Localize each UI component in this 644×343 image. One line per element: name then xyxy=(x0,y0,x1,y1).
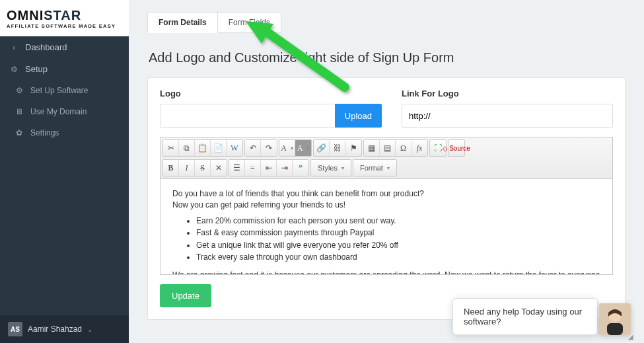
brand-logo: OMNISTAR AFFILIATE SOFTWARE MADE EASY xyxy=(0,0,129,36)
editor-paragraph: Do you have a lot of friends that you th… xyxy=(172,188,600,200)
anchor-icon[interactable]: ⚑ xyxy=(345,140,361,156)
link-for-logo-label: Link For Logo xyxy=(402,89,613,98)
chat-caret-icon: ◢ xyxy=(628,333,633,340)
copy-icon[interactable]: ⧉ xyxy=(179,140,195,156)
blockquote-icon[interactable]: ” xyxy=(293,160,308,176)
table-icon[interactable]: ▤ xyxy=(380,140,396,156)
subnav-label: Use My Domain xyxy=(30,107,87,116)
form-panel: Logo Upload Link For Logo ✂ ⧉ 📋 📄 W xyxy=(147,77,626,320)
gears-icon: ⚙ xyxy=(15,86,24,95)
paste-word-icon[interactable]: W xyxy=(227,140,242,156)
svg-rect-4 xyxy=(607,323,623,335)
undo-icon[interactable]: ↶ xyxy=(245,140,261,156)
gauge-icon: ⚙ xyxy=(9,65,18,74)
help-chat-bubble[interactable]: Need any help Today using our software? xyxy=(452,298,598,335)
cut-icon[interactable]: ✂ xyxy=(163,140,179,156)
numbered-list-icon[interactable]: ☰ xyxy=(229,160,245,176)
subnav-use-my-domain[interactable]: 🖥 Use My Domain xyxy=(0,101,129,122)
tab-form-details[interactable]: Form Details xyxy=(147,12,218,33)
list-item: Get a unique link that will give everyon… xyxy=(196,240,600,251)
bold-icon[interactable]: B xyxy=(163,160,179,176)
editor-toolbar: ✂ ⧉ 📋 📄 W ↶ ↷ A▾ A▾ 🔗 ⛓ ⚑ xyxy=(161,137,612,179)
italic-icon[interactable]: I xyxy=(179,160,195,176)
page-title: Add Logo and Customize right side of Sig… xyxy=(149,50,624,65)
brand-name-post: STAR xyxy=(44,8,81,22)
paste-icon[interactable]: 📋 xyxy=(195,140,211,156)
help-chat-message: Need any help Today using our software? xyxy=(464,307,582,326)
editor-bullet-list: Earn 20% commission for each person you … xyxy=(196,215,600,264)
editor-paragraph: Now you can get paid referring your frie… xyxy=(172,200,600,211)
gear-icon: ✿ xyxy=(15,128,24,137)
brand-tagline: AFFILIATE SOFTWARE MADE EASY xyxy=(7,23,122,29)
bullet-list-icon[interactable]: ≡ xyxy=(245,160,261,176)
tab-form-fields[interactable]: Form Fields xyxy=(218,12,281,33)
help-chat-avatar[interactable] xyxy=(599,303,631,335)
font-color-icon[interactable]: A▾ xyxy=(279,140,295,156)
nav-setup[interactable]: ⚙ Setup xyxy=(0,58,129,80)
subnav-label: Set Up Software xyxy=(30,86,88,95)
styles-dropdown[interactable]: Styles▾ xyxy=(311,160,351,176)
user-menu[interactable]: AS Aamir Shahzad ⌄ xyxy=(0,315,129,343)
rich-text-editor: ✂ ⧉ 📋 📄 W ↶ ↷ A▾ A▾ 🔗 ⛓ ⚑ xyxy=(160,137,613,275)
tab-label: Form Details xyxy=(159,18,207,27)
source-button[interactable]: ◇ Source xyxy=(448,140,464,156)
user-name: Aamir Shahzad xyxy=(28,324,82,334)
list-item: Fast & easy commission payments through … xyxy=(196,227,600,239)
remove-format-icon[interactable]: ✕ xyxy=(211,160,227,176)
link-icon[interactable]: 🔗 xyxy=(314,140,330,156)
editor-paragraph: We are growing fast and it is because ou… xyxy=(172,270,600,274)
user-avatar: AS xyxy=(8,322,22,336)
nav-label: Setup xyxy=(25,64,48,74)
outdent-icon[interactable]: ⇤ xyxy=(261,160,277,176)
monitor-icon: 🖥 xyxy=(15,107,24,116)
bg-color-icon[interactable]: A▾ xyxy=(295,140,311,156)
list-item: Track every sale through your own dashbo… xyxy=(196,252,600,263)
paste-text-icon[interactable]: 📄 xyxy=(211,140,227,156)
tabs: Form Details Form Fields xyxy=(147,12,626,33)
format-dropdown[interactable]: Format▾ xyxy=(353,160,396,176)
editor-content[interactable]: Do you have a lot of friends that you th… xyxy=(161,179,612,274)
update-button[interactable]: Update xyxy=(160,284,211,307)
brand-name-pre: OMNI xyxy=(7,8,44,22)
function-icon[interactable]: fx xyxy=(411,140,427,156)
upload-button[interactable]: Upload xyxy=(335,104,382,128)
indent-icon[interactable]: ⇥ xyxy=(277,160,293,176)
special-char-icon[interactable]: Ω xyxy=(396,140,411,156)
list-item: Earn 20% commission for each person you … xyxy=(196,215,600,227)
subnav-label: Settings xyxy=(30,128,59,137)
redo-icon[interactable]: ↷ xyxy=(261,140,277,156)
link-for-logo-input[interactable] xyxy=(402,104,613,128)
image-icon[interactable]: ▦ xyxy=(364,140,380,156)
logo-label: Logo xyxy=(160,89,382,98)
chevron-down-icon: ⌄ xyxy=(87,326,92,333)
chevron-left-icon: ‹ xyxy=(9,43,18,52)
nav-label: Dashboard xyxy=(25,42,67,52)
sidebar: OMNISTAR AFFILIATE SOFTWARE MADE EASY ‹ … xyxy=(0,0,129,343)
nav-dashboard[interactable]: ‹ Dashboard xyxy=(0,36,129,58)
strikethrough-icon[interactable]: S xyxy=(195,160,211,176)
main-content: Form Details Form Fields Add Logo and Cu… xyxy=(129,0,644,343)
subnav-settings[interactable]: ✿ Settings xyxy=(0,122,129,143)
logo-input[interactable] xyxy=(160,104,335,128)
unlink-icon[interactable]: ⛓ xyxy=(330,140,345,156)
subnav-setup-software[interactable]: ⚙ Set Up Software xyxy=(0,80,129,101)
tab-label: Form Fields xyxy=(229,18,270,27)
